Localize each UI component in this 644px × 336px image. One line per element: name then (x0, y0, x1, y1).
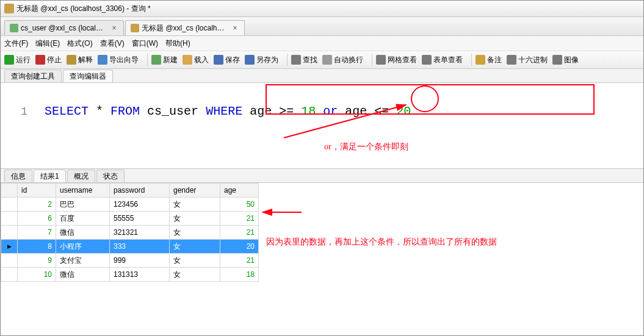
kw-or: or (323, 104, 338, 118)
col-gender[interactable]: gender (170, 184, 220, 198)
cell-id[interactable]: 9 (18, 254, 56, 268)
table-row[interactable]: 10微信131313女18 (1, 268, 259, 282)
sql-editor[interactable]: 1SELECT * FROM cs_user WHERE age >= 18 o… (1, 83, 643, 169)
tab-query-builder[interactable]: 查询创建工具 (4, 70, 62, 82)
table-row[interactable]: 7微信321321女21 (1, 226, 259, 240)
separator (147, 54, 148, 66)
tab-result1[interactable]: 结果1 (34, 170, 66, 182)
menubar: 文件(F) 编辑(E) 格式(O) 查看(V) 窗口(W) 帮助(H) (1, 36, 643, 51)
tab-info[interactable]: 信息 (4, 170, 32, 182)
sql-col: age (345, 104, 367, 118)
form-view-button[interactable]: 表单查看 (422, 55, 463, 65)
cell-gender[interactable]: 女 (170, 254, 220, 268)
table-row[interactable]: 8小程序333女20 (1, 240, 259, 254)
cell-username[interactable]: 微信 (56, 268, 110, 282)
col-id[interactable]: id (18, 184, 56, 198)
cell-id[interactable]: 7 (18, 226, 56, 240)
cell-username[interactable]: 巴巴 (56, 198, 110, 212)
cell-password[interactable]: 999 (110, 254, 170, 268)
search-icon (291, 55, 301, 65)
tab-icon (131, 24, 139, 32)
btn-label: 运行 (16, 55, 31, 65)
grid-icon (376, 55, 386, 65)
cell-age[interactable]: 21 (220, 212, 259, 226)
run-button[interactable]: 运行 (4, 55, 31, 65)
result-tabstrip: 信息 结果1 概况 状态 (1, 169, 643, 183)
cell-id[interactable]: 10 (18, 268, 56, 282)
cell-username[interactable]: 百度 (56, 212, 110, 226)
col-username[interactable]: username (56, 184, 110, 198)
table-row[interactable]: 9支付宝999女21 (1, 254, 259, 268)
row-header[interactable] (1, 212, 18, 226)
cell-password[interactable]: 55555 (110, 212, 170, 226)
separator (471, 54, 472, 66)
menu-help[interactable]: 帮助(H) (165, 38, 190, 49)
cell-id[interactable]: 8 (18, 240, 56, 254)
tab-query-untitled[interactable]: 无标题 @xxl_cs (localho... × (125, 20, 245, 35)
window-title: 无标题 @xxl_cs (localhost_3306) - 查询 * (16, 4, 151, 14)
row-header[interactable] (1, 268, 18, 282)
cell-gender[interactable]: 女 (170, 268, 220, 282)
table-row[interactable]: 6百度55555女21 (1, 212, 259, 226)
tab-query-editor[interactable]: 查询编辑器 (63, 70, 113, 82)
btn-label: 保存 (225, 55, 240, 65)
find-button[interactable]: 查找 (291, 55, 317, 65)
row-header[interactable] (1, 198, 18, 212)
cell-id[interactable]: 6 (18, 212, 56, 226)
hex-button[interactable]: 十六进制 (507, 55, 548, 65)
row-header[interactable] (1, 254, 18, 268)
cell-gender[interactable]: 女 (170, 240, 220, 254)
menu-window[interactable]: 窗口(W) (132, 38, 158, 49)
grid-view-button[interactable]: 网格查看 (376, 55, 417, 65)
save-as-button[interactable]: 另存为 (245, 55, 278, 65)
save-icon (214, 55, 223, 65)
menu-view[interactable]: 查看(V) (100, 38, 125, 49)
btn-label: 载入 (194, 55, 209, 65)
cell-gender[interactable]: 女 (170, 226, 220, 240)
export-button[interactable]: 导出向导 (98, 55, 139, 65)
col-password[interactable]: password (110, 184, 170, 198)
row-header[interactable] (1, 240, 18, 254)
close-icon[interactable]: × (110, 24, 118, 32)
save-button[interactable]: 保存 (214, 55, 240, 65)
cell-password[interactable]: 321321 (110, 226, 170, 240)
annotation-arrow-result (259, 200, 308, 224)
stop-button[interactable]: 停止 (35, 55, 62, 65)
tab-status[interactable]: 状态 (96, 170, 125, 182)
tab-label: 无标题 @xxl_cs (localho... (142, 23, 227, 34)
folder-icon (183, 55, 192, 65)
row-header[interactable] (1, 226, 18, 240)
image-button[interactable]: 图像 (552, 55, 579, 65)
cell-gender[interactable]: 女 (170, 198, 220, 212)
result-grid[interactable]: id username password gender age 2巴巴12345… (1, 183, 259, 282)
cell-password[interactable]: 123456 (110, 198, 170, 212)
explain-button[interactable]: 解释 (67, 55, 93, 65)
cell-username[interactable]: 小程序 (56, 240, 110, 254)
tab-cs-user[interactable]: cs_user @xxl_cs (localho... × (4, 20, 124, 35)
table-row[interactable]: 2巴巴123456女50 (1, 198, 259, 212)
tab-profile[interactable]: 概况 (67, 170, 95, 182)
cell-age[interactable]: 18 (220, 268, 259, 282)
new-button[interactable]: 新建 (151, 55, 178, 65)
cell-password[interactable]: 333 (110, 240, 170, 254)
menu-edit[interactable]: 编辑(E) (35, 38, 60, 49)
cell-gender[interactable]: 女 (170, 212, 220, 226)
wrap-button[interactable]: 自动换行 (322, 55, 363, 65)
cell-age[interactable]: 21 (220, 226, 259, 240)
cell-username[interactable]: 支付宝 (56, 254, 110, 268)
cell-age[interactable]: 20 (220, 240, 259, 254)
col-age[interactable]: age (220, 184, 259, 198)
load-button[interactable]: 载入 (183, 55, 209, 65)
annotation-or-text: or，满足一个条件即刻 (324, 141, 408, 152)
cell-age[interactable]: 50 (220, 198, 259, 212)
comment-button[interactable]: 备注 (476, 55, 502, 65)
menu-file[interactable]: 文件(F) (4, 38, 28, 49)
cell-id[interactable]: 2 (18, 198, 56, 212)
cell-password[interactable]: 131313 (110, 268, 170, 282)
cell-age[interactable]: 21 (220, 254, 259, 268)
cell-username[interactable]: 微信 (56, 226, 110, 240)
sql-star: * (96, 104, 103, 118)
stop-icon (35, 55, 45, 65)
close-icon[interactable]: × (231, 24, 239, 32)
menu-format[interactable]: 格式(O) (67, 38, 92, 49)
